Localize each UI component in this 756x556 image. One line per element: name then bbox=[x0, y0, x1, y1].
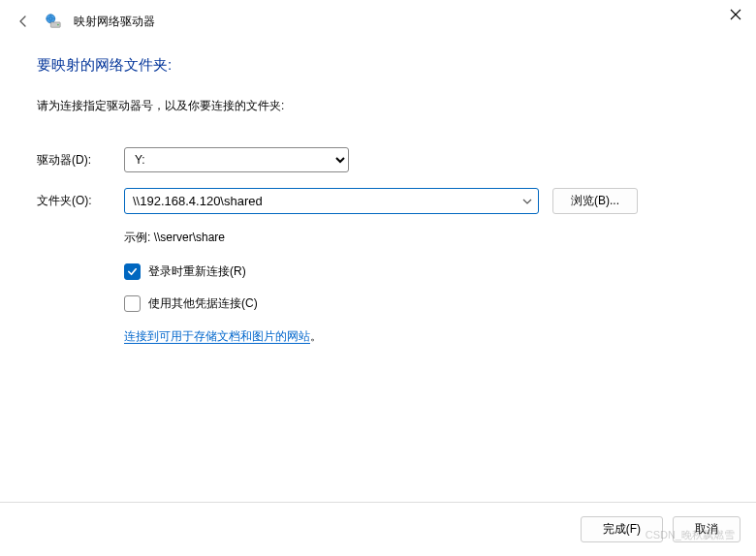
reconnect-checkbox-row: 登录时重新连接(R) bbox=[124, 263, 719, 280]
page-heading: 要映射的网络文件夹: bbox=[37, 56, 719, 75]
drive-select[interactable]: Y: bbox=[124, 147, 349, 172]
example-text: 示例: \\server\share bbox=[124, 230, 719, 246]
window-title: 映射网络驱动器 bbox=[74, 14, 155, 30]
folder-combobox[interactable] bbox=[124, 188, 539, 214]
titlebar: 映射网络驱动器 bbox=[0, 0, 756, 39]
link-period: 。 bbox=[310, 329, 322, 343]
folder-row: 文件夹(O): 浏览(B)... bbox=[37, 188, 719, 214]
drive-label: 驱动器(D): bbox=[37, 152, 124, 169]
othercreds-label: 使用其他凭据连接(C) bbox=[148, 295, 258, 312]
reconnect-label: 登录时重新连接(R) bbox=[148, 263, 246, 280]
folder-input[interactable] bbox=[125, 191, 517, 211]
svg-point-0 bbox=[47, 15, 55, 23]
reconnect-checkbox[interactable] bbox=[124, 263, 141, 280]
cancel-button[interactable]: 取消 bbox=[673, 516, 740, 542]
othercreds-checkbox-row: 使用其他凭据连接(C) bbox=[124, 295, 719, 312]
othercreds-checkbox[interactable] bbox=[124, 295, 141, 312]
dialog-footer: 完成(F) 取消 bbox=[0, 502, 756, 556]
finish-button[interactable]: 完成(F) bbox=[581, 516, 663, 542]
svg-point-2 bbox=[57, 24, 59, 26]
chevron-down-icon[interactable] bbox=[517, 199, 538, 204]
back-button[interactable] bbox=[14, 12, 33, 31]
instruction-text: 请为连接指定驱动器号，以及你要连接的文件夹: bbox=[37, 98, 719, 114]
browse-button[interactable]: 浏览(B)... bbox=[552, 188, 638, 214]
drive-globe-icon bbox=[45, 13, 62, 30]
connect-website-link[interactable]: 连接到可用于存储文档和图片的网站 bbox=[124, 329, 310, 344]
dialog-content: 要映射的网络文件夹: 请为连接指定驱动器号，以及你要连接的文件夹: 驱动器(D)… bbox=[0, 39, 756, 346]
close-button[interactable] bbox=[729, 8, 742, 21]
drive-row: 驱动器(D): Y: bbox=[37, 147, 719, 172]
connect-website-row: 连接到可用于存储文档和图片的网站。 bbox=[124, 327, 719, 346]
folder-label: 文件夹(O): bbox=[37, 193, 124, 209]
